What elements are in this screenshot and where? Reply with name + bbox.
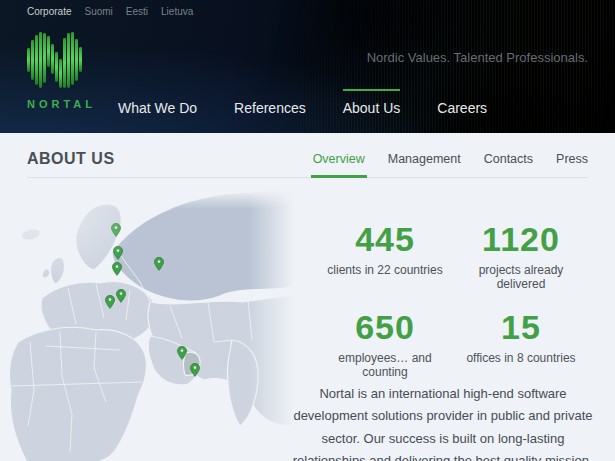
top-link-lietuva[interactable]: Lietuva [161, 6, 193, 17]
nav-item-references[interactable]: References [234, 100, 306, 116]
tab-press[interactable]: Press [556, 152, 588, 177]
map-pin-icon[interactable] [112, 262, 122, 276]
company-intro-paragraph: Nortal is an international high-end soft… [283, 383, 603, 461]
top-link-suomi[interactable]: Suomi [84, 6, 112, 17]
nortal-logo[interactable]: NORTAL [27, 30, 96, 110]
intro-text-line: relationships and delivering the best qu… [283, 450, 603, 461]
company-stats: 445 clients in 22 countries 1120 project… [317, 222, 589, 379]
stat-label: clients in 22 countries [317, 263, 453, 277]
stat-value: 650 [317, 310, 453, 344]
stat-value: 15 [453, 310, 589, 344]
section-header: ABOUT US OverviewManagementContactsPress [27, 133, 588, 178]
language-links: CorporateSuomiEestiLietuva [27, 6, 193, 17]
intro-text-line: sector. Our success is built on long-las… [283, 428, 603, 450]
stat-value: 1120 [453, 222, 589, 256]
world-map [0, 190, 300, 461]
nav-item-what-we-do[interactable]: What We Do [118, 100, 197, 116]
top-link-eesti[interactable]: Eesti [126, 6, 148, 17]
top-link-corporate[interactable]: Corporate [27, 6, 71, 17]
tab-management[interactable]: Management [388, 152, 461, 177]
map-pin-icon[interactable] [177, 346, 187, 360]
nav-item-about-us[interactable]: About Us [343, 100, 401, 116]
main-navigation: What We DoReferencesAbout UsCareers [118, 100, 487, 116]
nortal-logo-text: NORTAL [27, 98, 96, 110]
stat-label: employees… and counting [317, 351, 453, 379]
header-tagline: Nordic Values. Talented Professionals. [367, 50, 588, 65]
map-pin-icon[interactable] [113, 246, 123, 260]
intro-text-line: development solutions provider in public… [283, 405, 603, 427]
stat-projects: 1120 projects already delivered [453, 222, 589, 291]
map-pin-icon[interactable] [105, 295, 115, 309]
page-title: ABOUT US [27, 150, 115, 177]
map-pin-icon[interactable] [116, 289, 126, 303]
section-tabs: OverviewManagementContactsPress [313, 152, 588, 177]
stat-clients: 445 clients in 22 countries [317, 222, 453, 291]
nav-item-careers[interactable]: Careers [437, 100, 487, 116]
site-header: CorporateSuomiEestiLietuva [0, 0, 615, 133]
nortal-website: CorporateSuomiEestiLietuva [0, 0, 615, 461]
map-pin-icon[interactable] [190, 363, 200, 377]
world-map-image [0, 190, 300, 461]
stat-label: projects already delivered [453, 263, 589, 291]
stat-label: offices in 8 countries [453, 351, 589, 365]
stat-employees: 650 employees… and counting [317, 310, 453, 379]
map-pin-icon[interactable] [154, 257, 164, 271]
stat-value: 445 [317, 222, 453, 256]
intro-text-line: Nortal is an international high-end soft… [283, 383, 603, 405]
stat-offices: 15 offices in 8 countries [453, 310, 589, 379]
map-pin-icon[interactable] [111, 223, 121, 237]
tab-contacts[interactable]: Contacts [484, 152, 533, 177]
nortal-logo-icon [27, 30, 85, 90]
tab-overview[interactable]: Overview [313, 152, 365, 177]
